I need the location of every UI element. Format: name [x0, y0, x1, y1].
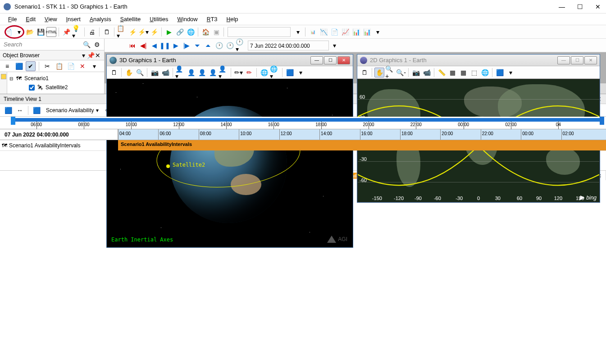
scenario-range-bar[interactable]: [13, 118, 602, 122]
w3d-globe2-icon[interactable]: 🌐▾: [270, 68, 280, 77]
menu-view[interactable]: View: [41, 15, 61, 23]
menu-analysis[interactable]: Analysis: [86, 15, 115, 23]
timeline-ruler-top[interactable]: 06:0008:0010:0012:0014:0016:0018:0020:00…: [0, 117, 606, 129]
toolbar-end-drop[interactable]: ▾: [373, 27, 383, 37]
w3d-globe-icon[interactable]: 🌐: [259, 68, 269, 77]
satellite-checkbox[interactable]: [29, 85, 35, 91]
w3d-note-icon[interactable]: 🗒: [109, 68, 119, 77]
menu-insert[interactable]: Insert: [63, 15, 84, 23]
w3d-zoom-icon[interactable]: 🔍: [135, 68, 145, 77]
w3d-view4-icon[interactable]: 👤: [208, 68, 218, 77]
bolt-alt-icon[interactable]: ⚡: [149, 27, 159, 37]
panel-close-icon[interactable]: ✕: [95, 50, 101, 60]
lightbulb-icon[interactable]: 💡▾: [72, 27, 82, 37]
note-icon[interactable]: 🗒: [102, 27, 112, 37]
toolbar-dropdown-icon[interactable]: ▾: [14, 27, 24, 37]
anim-reverse-icon[interactable]: ◀: [149, 41, 159, 50]
menu-window[interactable]: Window: [173, 15, 201, 23]
win3d-minimize[interactable]: —: [310, 56, 323, 64]
ob-copy-icon[interactable]: 📋: [54, 61, 64, 71]
win2d-close[interactable]: ✕: [584, 56, 597, 64]
panel-pin-icon[interactable]: 📌: [87, 50, 94, 60]
tree-collapse-icon[interactable]: ⊟: [9, 76, 14, 81]
save-icon[interactable]: 💾: [36, 27, 46, 37]
open-icon[interactable]: 📂: [25, 27, 35, 37]
timeline-current-marker[interactable]: [11, 117, 15, 125]
menu-satellite[interactable]: Satellite: [117, 15, 145, 23]
anim-pause-icon[interactable]: ❚❚: [160, 41, 170, 50]
w3d-camera-icon[interactable]: 📷: [150, 68, 159, 77]
report-icon[interactable]: 📄: [329, 27, 339, 37]
tree-row-satellite[interactable]: 🛰 Satellite2: [9, 83, 102, 92]
side-square-icon[interactable]: [1, 74, 6, 79]
dm-icon[interactable]: 📊: [308, 27, 318, 37]
w2d-end-drop[interactable]: ▾: [506, 68, 515, 77]
anim-play-icon[interactable]: ▶: [171, 41, 181, 50]
w2d-grid-icon[interactable]: ▦: [447, 68, 457, 77]
anim-step-fwd-icon[interactable]: |▶: [182, 41, 191, 50]
timeline-row-label-cell[interactable]: 🗺 Scenario1 AvailabilityIntervals 👁: [0, 140, 118, 150]
menu-help[interactable]: Help: [223, 15, 242, 23]
w3d-pan-icon[interactable]: ✋: [124, 68, 134, 77]
w2d-video-icon[interactable]: 📹: [422, 68, 432, 77]
anim-realtime-icon[interactable]: 🕐: [214, 41, 224, 50]
w2d-scale-icon[interactable]: ⬚: [469, 68, 479, 77]
w3d-view2-icon[interactable]: 👤: [186, 68, 196, 77]
html-icon[interactable]: HTML: [46, 27, 56, 37]
panel-drop-icon[interactable]: ▾: [80, 50, 87, 60]
new-scenario-icon[interactable]: 📄: [3, 27, 13, 37]
timeline-end-marker[interactable]: [600, 117, 604, 125]
home-icon[interactable]: 🏠: [200, 27, 210, 37]
ob-more-icon[interactable]: ▾: [89, 61, 99, 71]
w3d-pencil-red-icon[interactable]: ✏: [244, 68, 254, 77]
anim-faster-icon[interactable]: ⏶: [203, 41, 213, 50]
menu-edit[interactable]: Edit: [22, 15, 39, 23]
w2d-zoomout-icon[interactable]: 🔍-: [396, 68, 406, 77]
ob-check-icon[interactable]: ✔: [26, 61, 36, 71]
tree-row-scenario[interactable]: ⊟ 🗺 Scenario1: [9, 74, 102, 83]
ob-cut-icon[interactable]: ✂: [42, 61, 52, 71]
menu-utilities[interactable]: Utilities: [146, 15, 172, 23]
anim-sync-icon[interactable]: 🕐▾: [236, 41, 246, 50]
w3d-view1-icon[interactable]: 👤▾: [175, 68, 185, 77]
timeline-interval-bar[interactable]: Scenario1 AvailabilityIntervals: [118, 140, 606, 150]
ob-delete-icon[interactable]: ✕: [77, 61, 87, 71]
w3d-view3-icon[interactable]: 👤: [197, 68, 207, 77]
insert-object-icon[interactable]: 📋▾: [117, 27, 127, 37]
timeline-ruler-2-area[interactable]: 04:0006:0008:0010:0012:0014:0016:0018:00…: [118, 129, 606, 140]
win3d-close[interactable]: ✕: [337, 56, 350, 64]
chart-blue-icon[interactable]: 📊: [351, 27, 361, 37]
menu-file[interactable]: File: [5, 15, 20, 23]
box-icon[interactable]: ▣: [211, 27, 221, 37]
win3d-viewport[interactable]: Satellite2 Earth Inertial Axes AGI: [107, 79, 353, 247]
bolt-dropdown-icon[interactable]: ⚡▾: [138, 27, 148, 37]
w3d-pencil-icon[interactable]: ✏▾: [233, 68, 243, 77]
chart-red-icon[interactable]: 📊: [362, 27, 372, 37]
w3d-end-drop[interactable]: ▾: [296, 68, 305, 77]
print-icon[interactable]: 🖨: [87, 27, 97, 37]
object-class-dropdown[interactable]: [228, 27, 291, 37]
pin-icon[interactable]: 📌: [61, 27, 71, 37]
win2d-maximize[interactable]: ☐: [571, 56, 583, 64]
close-button[interactable]: ✕: [593, 3, 602, 10]
globe-refresh-icon[interactable]: 🌐: [186, 27, 196, 37]
anim-step-back-icon[interactable]: ◀|: [138, 41, 148, 50]
w2d-pan-icon[interactable]: ✋: [374, 68, 384, 77]
w3d-video-icon[interactable]: 📹: [160, 68, 170, 77]
bolt-new-icon[interactable]: ⚡: [128, 27, 137, 37]
animation-time-display[interactable]: 7 Jun 2022 04:00:00.000: [248, 41, 329, 50]
w2d-note-icon[interactable]: 🗒: [360, 68, 369, 77]
w2d-measure-icon[interactable]: 📏: [437, 68, 447, 77]
minimize-button[interactable]: —: [557, 3, 566, 10]
tl-range-icon[interactable]: 🟦: [32, 105, 41, 115]
scenario-availability-button[interactable]: Scenario Availability ▾: [43, 106, 102, 115]
w2d-zoomin-icon[interactable]: 🔍+: [385, 68, 395, 77]
anim-slower-icon[interactable]: ⏷: [192, 41, 202, 50]
search-settings-icon[interactable]: ⚙: [92, 40, 102, 50]
ob-paste-icon[interactable]: 📄: [66, 61, 76, 71]
search-clear-icon[interactable]: 🔍: [82, 40, 91, 50]
chart-pink-icon[interactable]: 📈: [340, 27, 350, 37]
ob-color-icon[interactable]: 🟦: [14, 61, 24, 71]
w2d-globe-icon[interactable]: 🌐: [480, 68, 490, 77]
toolbar-dropdown-end[interactable]: ▾: [293, 27, 303, 37]
